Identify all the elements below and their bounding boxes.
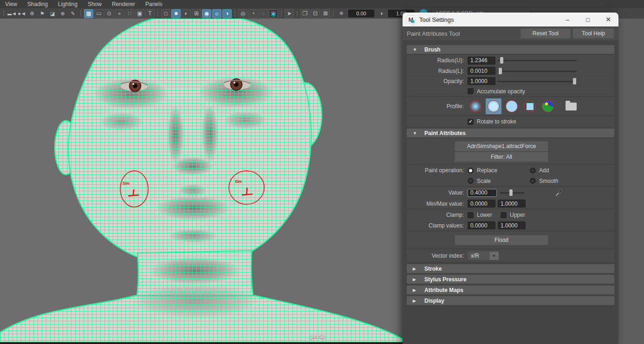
collapsed-section-header[interactable]: ▶ Attribute Maps — [407, 286, 614, 294]
separator-icon[interactable] — [234, 10, 235, 17]
chevron-down-icon: ▼ — [489, 252, 499, 260]
browse-profile-icon[interactable] — [566, 103, 577, 110]
snap-icon[interactable]: ❐ — [300, 9, 310, 18]
accumulate-opacity-checkbox[interactable] — [468, 88, 474, 94]
ambient-occlusion-icon[interactable]: ◎ — [238, 9, 247, 18]
radio-add[interactable] — [530, 168, 536, 174]
wireframe-on-shaded-icon[interactable]: ◐ — [182, 9, 191, 18]
tool-help-button[interactable]: Tool Help — [572, 28, 614, 39]
square-profile-icon[interactable] — [522, 98, 538, 114]
attribute-select-button[interactable]: AdnSimshape1.attractForce — [455, 141, 548, 151]
collapsed-section-header[interactable]: ▶ Stroke — [407, 264, 614, 273]
camera-icon[interactable]: ▬◄ — [7, 9, 16, 18]
default-lighting-icon[interactable]: ☼ — [212, 9, 221, 18]
profile-label: Profile: — [407, 103, 468, 110]
image-profile-icon[interactable] — [540, 98, 556, 114]
reset-tool-button[interactable]: Reset Tool — [520, 28, 571, 39]
radius-l-slider[interactable] — [498, 68, 577, 74]
min-value-field[interactable] — [468, 200, 495, 208]
maximize-button[interactable]: □ — [578, 13, 598, 26]
value-field[interactable] — [468, 189, 497, 197]
make-live-icon[interactable]: ⊡ — [311, 9, 320, 18]
field-chart-icon[interactable]: ∷ — [125, 9, 134, 18]
tool-header: Paint Attributes Tool Reset Tool Tool He… — [403, 26, 618, 40]
safe-action-icon[interactable]: ▣ — [135, 9, 144, 18]
separator-icon[interactable] — [3, 10, 4, 17]
pan-zoom-icon[interactable]: ⊕ — [58, 9, 67, 18]
max-value-field[interactable] — [498, 200, 526, 208]
expand-arrow-icon: ▶ — [413, 277, 418, 282]
use-all-lights-icon[interactable]: ◉ — [202, 9, 211, 18]
rotate-to-stroke-checkbox[interactable]: ✓ — [468, 119, 474, 125]
gate-mask-icon[interactable]: ● — [115, 9, 124, 18]
separator-icon[interactable] — [297, 10, 298, 17]
gamma-icon[interactable]: ◑ — [377, 9, 386, 18]
section-header-brush[interactable]: ▼ Brush — [407, 45, 614, 54]
motion-blur-icon[interactable]: ◔ — [248, 9, 258, 18]
radius-u-field[interactable] — [468, 57, 495, 65]
separator-icon[interactable] — [333, 10, 334, 17]
film-gate-icon[interactable]: ▭ — [94, 9, 104, 18]
clamp-lower-checkbox[interactable] — [468, 212, 474, 218]
isolate-select-icon[interactable]: ▣ — [269, 9, 278, 18]
minimize-button[interactable]: – — [557, 13, 578, 26]
section-header-paint-attributes[interactable]: ▼ Paint Attributes — [407, 129, 614, 137]
collapsed-section-header[interactable]: ▶ Display — [407, 296, 614, 305]
vector-index-dropdown[interactable]: x/R ▼ — [468, 252, 499, 260]
clamp-upper-checkbox[interactable] — [501, 212, 507, 218]
frame-selection-icon[interactable]: ⊠ — [321, 9, 330, 18]
collapse-arrow-icon: ▼ — [413, 47, 418, 52]
safe-title-icon[interactable]: T — [145, 9, 155, 18]
menu-item[interactable]: Panels — [140, 0, 168, 8]
expand-arrow-icon: ▶ — [413, 299, 418, 303]
separator-icon[interactable] — [281, 10, 282, 17]
clamp-min-field[interactable] — [468, 221, 495, 229]
menu-item[interactable]: Show — [83, 0, 107, 8]
separator-icon[interactable] — [80, 10, 81, 17]
smooth-shade-icon[interactable]: ■ — [171, 9, 181, 18]
object-selection-icon[interactable]: ➤ — [285, 9, 294, 18]
anti-aliasing-icon[interactable]: ◌ — [259, 9, 268, 18]
exposure-field[interactable]: 0.00 — [348, 10, 374, 17]
menu-item[interactable]: Lighting — [53, 0, 83, 8]
radio-smooth[interactable] — [530, 178, 536, 184]
grease-pencil-icon[interactable]: ✎ — [68, 9, 78, 18]
viewport-3d[interactable]: Sm Sm persp — [0, 19, 403, 344]
resolution-gate-icon[interactable]: ⊙ — [104, 9, 114, 18]
eyedropper-icon[interactable] — [555, 188, 563, 197]
expand-arrow-icon: ▶ — [413, 266, 418, 271]
wireframe-icon[interactable]: □ — [161, 9, 170, 18]
menu-item[interactable]: Renderer — [107, 0, 140, 8]
radius-u-label: Radius(U): — [407, 57, 468, 64]
value-slider[interactable] — [500, 189, 524, 196]
soft-profile-icon[interactable] — [486, 98, 501, 114]
radius-l-field[interactable] — [468, 67, 495, 75]
camera-lock-icon[interactable]: ●◄ — [17, 9, 26, 18]
bookmark-icon[interactable]: ⚑ — [38, 9, 47, 18]
grid-icon[interactable]: ▦ — [84, 9, 93, 18]
textured-icon[interactable]: ⊞ — [192, 9, 201, 18]
radius-u-slider[interactable] — [498, 57, 577, 64]
filter-button[interactable]: Filter: All — [455, 152, 548, 162]
window-titlebar[interactable]: M Tool Settings – □ ✕ — [403, 13, 618, 26]
collapsed-sections: ▶ Stroke ▶ Stylus Pressure ▶ Attribute M… — [407, 264, 614, 305]
camera-attributes-icon[interactable]: ⚙ — [27, 9, 37, 18]
separator-icon[interactable] — [157, 10, 158, 17]
opacity-slider[interactable] — [498, 78, 577, 84]
flood-button[interactable]: Flood — [455, 235, 548, 245]
collapsed-section-header[interactable]: ▶ Stylus Pressure — [407, 275, 614, 284]
solid-profile-icon[interactable] — [504, 98, 520, 114]
shadows-icon[interactable]: ◑ — [222, 9, 232, 18]
exposure-icon[interactable]: ✳ — [337, 9, 346, 18]
head-mesh: Sm Sm — [0, 19, 403, 342]
radio-scale[interactable] — [468, 178, 474, 184]
image-plane-icon[interactable]: ◪ — [48, 9, 57, 18]
opacity-field[interactable] — [468, 77, 495, 85]
clamp-max-field[interactable] — [498, 221, 526, 229]
menu-item[interactable]: View — [0, 0, 22, 8]
gaussian-profile-icon[interactable] — [468, 98, 483, 114]
radio-replace[interactable] — [468, 168, 474, 174]
toolbar-icons: ▬◄●◄⚙⚑◪⊕✎▦▭⊙●∷▣T□■◐⊞◉☼◑◎◔◌▣➤❐⊡⊠ — [1, 9, 336, 18]
close-button[interactable]: ✕ — [598, 13, 618, 26]
menu-item[interactable]: Shading — [22, 0, 53, 8]
